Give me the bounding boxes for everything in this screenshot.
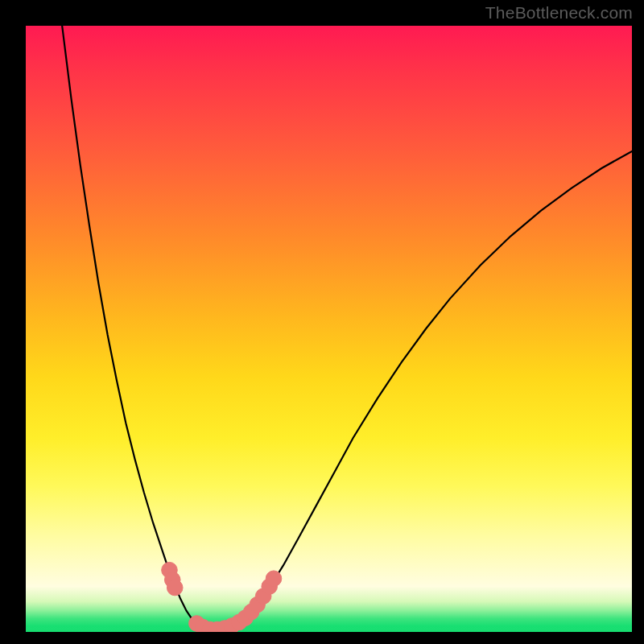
plot-svg bbox=[26, 26, 632, 632]
data-marker bbox=[167, 580, 183, 596]
watermark-text: TheBottleneck.com bbox=[485, 3, 633, 23]
chart-frame: TheBottleneck.com bbox=[0, 0, 644, 644]
data-marker bbox=[266, 571, 282, 587]
bottleneck-curve bbox=[62, 26, 632, 631]
plot-area bbox=[26, 26, 632, 632]
